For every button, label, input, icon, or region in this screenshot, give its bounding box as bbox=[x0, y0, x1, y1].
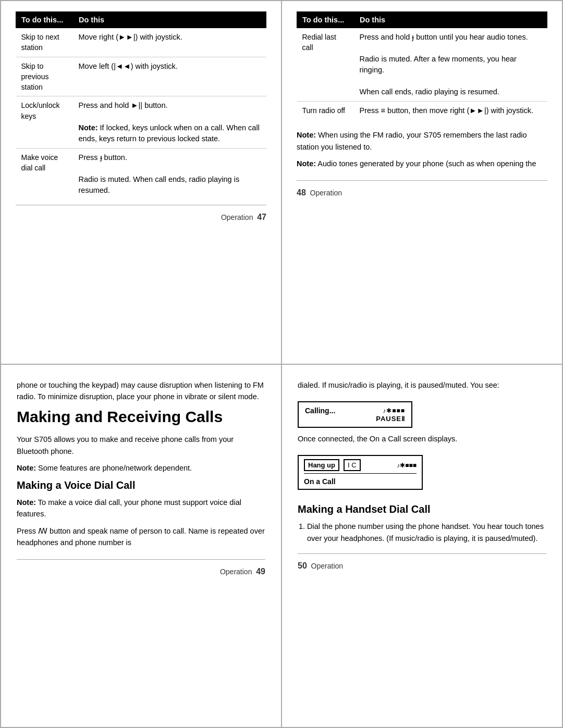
note-1-p48: Note: When using the FM radio, your S705… bbox=[297, 129, 547, 153]
steps-list-50: Dial the phone number using the phone ha… bbox=[298, 521, 546, 548]
table-row: Skip to next station Move right (►►|) wi… bbox=[16, 28, 266, 57]
action-cell: Make voice dial call bbox=[16, 148, 74, 200]
section-title-making-receiving: Making and Receiving Calls bbox=[17, 408, 265, 426]
calling-label: Calling... bbox=[305, 406, 335, 415]
footer-label-48: Operation bbox=[310, 189, 342, 197]
action-cell: Turn radio off bbox=[297, 102, 354, 120]
instruction-cell: Move left (|◄◄) with joystick. bbox=[74, 57, 266, 96]
page-48: To do this... Do this Redial last call P… bbox=[282, 1, 562, 364]
on-call-screen: Hang up I C ♪✱■■■ On a Call bbox=[298, 455, 423, 490]
note-2-label-49: Note: bbox=[17, 498, 36, 507]
instruction-cell: Press and hold ɟ button until you hear a… bbox=[354, 28, 547, 102]
page-footer-48: 48 Operation bbox=[297, 180, 547, 198]
footer-label-47: Operation bbox=[221, 213, 253, 221]
page-50: dialed. If music/radio is playing, it is… bbox=[282, 364, 562, 728]
step-1-50: Dial the phone number using the phone ha… bbox=[307, 521, 546, 544]
table-row: Skip to previous station Move left (|◄◄)… bbox=[16, 57, 266, 96]
action-cell: Lock/unlock keys bbox=[16, 96, 74, 148]
note-1-body-49: Some features are phone/network dependen… bbox=[36, 464, 192, 472]
page-grid: To do this... Do this Skip to next stati… bbox=[0, 0, 563, 728]
table-row: Make voice dial call Press ɟ button. Rad… bbox=[16, 148, 266, 200]
intro-text-50: dialed. If music/radio is playing, it is… bbox=[298, 379, 546, 391]
page-49: phone or touching the keypad) may cause … bbox=[1, 364, 282, 728]
page-footer-47: Operation 47 bbox=[16, 205, 266, 222]
page-footer-49: Operation 49 bbox=[17, 559, 265, 576]
hangup-button-display: Hang up bbox=[304, 459, 339, 471]
intro-text-49: phone or touching the keypad) may cause … bbox=[17, 379, 265, 403]
action-cell: Skip to next station bbox=[16, 28, 74, 57]
note-2-p48: Note: Audio tones generated by your phon… bbox=[297, 158, 547, 169]
note-2-body-49: To make a voice dial call, your phone mu… bbox=[17, 498, 241, 518]
pause-status: PAUSEⅡ bbox=[376, 415, 405, 423]
calling-icons: ♪✱■■■ bbox=[383, 407, 405, 414]
col-header-dothis-47: Do this bbox=[74, 12, 266, 28]
page-footer-50: 50 Operation bbox=[298, 553, 546, 571]
section-title-handset-dial: Making a Handset Dial Call bbox=[298, 503, 546, 515]
page-num-48: 48 bbox=[297, 188, 306, 198]
instruction-cell: Press ɟ button. Radio is muted. When cal… bbox=[74, 148, 266, 200]
calling-screen: Calling... ♪✱■■■ PAUSEⅡ bbox=[298, 401, 412, 428]
page-num-50: 50 bbox=[298, 561, 307, 571]
connected-text-50: Once connected, the On a Call screen dis… bbox=[298, 433, 546, 445]
calling-screen-row1: Calling... ♪✱■■■ bbox=[305, 406, 405, 415]
table-row: Redial last call Press and hold ɟ button… bbox=[297, 28, 547, 102]
instruction-cell: Press ≡ button, then move right (►►|) wi… bbox=[354, 102, 547, 120]
calling-screen-row2: PAUSEⅡ bbox=[305, 415, 405, 423]
table-row: Turn radio off Press ≡ button, then move… bbox=[297, 102, 547, 120]
table-p47: To do this... Do this Skip to next stati… bbox=[16, 11, 266, 200]
table-p48: To do this... Do this Redial last call P… bbox=[297, 11, 547, 120]
footer-label-49: Operation bbox=[220, 567, 252, 576]
table-row: Lock/unlock keys Press and hold ►|| butt… bbox=[16, 96, 266, 148]
col-header-dothis-48: Do this bbox=[354, 12, 547, 28]
on-call-label: On a Call bbox=[304, 477, 336, 486]
note-1-49: Note: Some features are phone/network de… bbox=[17, 462, 265, 474]
page-47: To do this... Do this Skip to next stati… bbox=[1, 1, 282, 364]
instruction-cell: Move right (►►|) with joystick. bbox=[74, 28, 266, 57]
page-num-47: 47 bbox=[257, 213, 266, 222]
body-text-49: Your S705 allows you to make and receive… bbox=[17, 434, 265, 457]
footer-label-50: Operation bbox=[311, 562, 343, 570]
body-text2-49: Press ꟿ button and speak name of person … bbox=[17, 525, 265, 549]
note-1-label-49: Note: bbox=[17, 464, 36, 472]
ic-button-display: I C bbox=[344, 459, 361, 471]
note-2-49: Note: To make a voice dial call, your ph… bbox=[17, 497, 265, 520]
instruction-cell: Press and hold ►|| button. Note: If lock… bbox=[74, 96, 266, 148]
on-call-icons: ♪✱■■■ bbox=[397, 462, 417, 469]
notes-section-48: Note: When using the FM radio, your S705… bbox=[297, 129, 547, 175]
on-call-row1: Hang up I C ♪✱■■■ bbox=[304, 459, 417, 474]
page-num-49: 49 bbox=[256, 567, 265, 576]
action-cell: Redial last call bbox=[297, 28, 354, 102]
col-header-todo-48: To do this... bbox=[297, 12, 354, 28]
col-header-todo-47: To do this... bbox=[16, 12, 74, 28]
subsection-title-voice-dial: Making a Voice Dial Call bbox=[17, 479, 265, 491]
action-cell: Skip to previous station bbox=[16, 57, 74, 96]
on-call-label-row: On a Call bbox=[304, 476, 417, 486]
